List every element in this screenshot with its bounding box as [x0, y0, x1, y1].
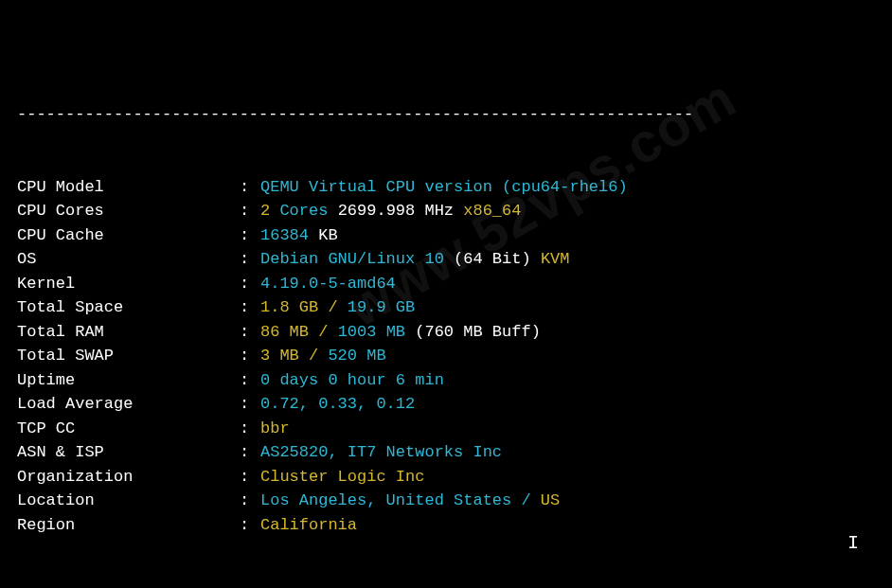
sysinfo-value: Debian GNU/Linux 10 (64 Bit) KVM	[260, 247, 569, 272]
sysinfo-label: CPU Cache	[17, 223, 240, 248]
colon: :	[240, 465, 260, 490]
sysinfo-value-part: (760 MB Buff)	[415, 323, 541, 341]
colon: :	[240, 223, 260, 248]
sysinfo-value: 16384 KB	[260, 223, 338, 248]
colon: :	[240, 513, 260, 538]
sysinfo-row: Load Average: 0.72, 0.33, 0.12	[17, 392, 875, 417]
sysinfo-row: CPU Cores: 2 Cores 2699.998 MHz x86_64	[17, 199, 875, 223]
sysinfo-value-part: 16384	[260, 226, 318, 244]
sysinfo-value-part: 520 MB	[328, 347, 385, 365]
sysinfo-label: CPU Cores	[17, 199, 240, 223]
sysinfo-label: Region	[17, 513, 240, 538]
sysinfo-value: 4.19.0-5-amd64	[260, 272, 396, 296]
sysinfo-label: Kernel	[17, 272, 240, 296]
sysinfo-row: Total RAM: 86 MB / 1003 MB (760 MB Buff)	[17, 320, 875, 345]
sysinfo-row: Location: Los Angeles, United States / U…	[17, 489, 875, 513]
colon: :	[240, 489, 260, 513]
sysinfo-value-part: AS25820, IT7 Networks Inc	[260, 443, 502, 461]
sysinfo-row: Organization: Cluster Logic Inc	[17, 465, 875, 490]
sysinfo-value-part: 0 days 0 hour 6 min	[260, 371, 444, 389]
colon: :	[240, 417, 260, 441]
colon: :	[240, 368, 260, 393]
sysinfo-label: Total Space	[17, 295, 240, 320]
sysinfo-value: 2 Cores 2699.998 MHz x86_64	[260, 199, 521, 223]
colon: :	[240, 344, 260, 368]
sysinfo-value-part: 1.8 GB /	[260, 298, 348, 316]
sysinfo-value-part: 4.19.0-5-amd64	[260, 275, 396, 293]
sysinfo-label: Organization	[17, 465, 240, 490]
sysinfo-value: Cluster Logic Inc	[260, 465, 424, 490]
sysinfo-value: 0 days 0 hour 6 min	[260, 368, 444, 393]
sysinfo-value-part: Cores	[270, 202, 337, 220]
sysinfo-row: Total SWAP: 3 MB / 520 MB	[17, 344, 875, 368]
sysinfo-value-part: KVM	[541, 250, 570, 268]
colon: :	[240, 295, 260, 320]
sysinfo-label: Location	[17, 489, 240, 513]
sysinfo-row: CPU Model: QEMU Virtual CPU version (cpu…	[17, 175, 875, 200]
colon: :	[240, 175, 260, 200]
sysinfo-label: Total RAM	[17, 320, 240, 345]
sysinfo-label: ASN & ISP	[17, 440, 240, 465]
sysinfo-row: Uptime: 0 days 0 hour 6 min	[17, 368, 875, 393]
sysinfo-value: California	[260, 513, 357, 538]
sysinfo-value: bbr	[260, 417, 290, 441]
sysinfo-label: Load Average	[17, 392, 240, 417]
colon: :	[240, 440, 260, 465]
sysinfo-value: 3 MB / 520 MB	[260, 344, 386, 368]
sysinfo-value-part: Los Angeles, United States /	[260, 491, 541, 509]
colon: :	[240, 320, 260, 345]
sysinfo-value-part: bbr	[260, 419, 290, 437]
sysinfo-value-part: 19.9 GB	[348, 298, 415, 316]
sysinfo-row: TCP CC: bbr	[17, 417, 875, 441]
sysinfo-value: 0.72, 0.33, 0.12	[260, 392, 415, 417]
sysinfo-value: QEMU Virtual CPU version (cpu64-rhel6)	[260, 175, 628, 200]
sysinfo-value-part: 0.72, 0.33, 0.12	[260, 395, 415, 413]
text-cursor-icon: I	[847, 529, 859, 558]
sysinfo-value-part: California	[260, 516, 357, 534]
sysinfo-value-part: US	[541, 491, 560, 509]
sysinfo-value-part: 2	[260, 202, 270, 220]
sysinfo-value-part: x86_64	[463, 202, 521, 220]
sysinfo-value-part: KB	[318, 226, 337, 244]
sysinfo-value: AS25820, IT7 Networks Inc	[260, 440, 502, 465]
sysinfo-row: Region: California	[17, 513, 875, 538]
sysinfo-value-part: 1003 MB	[338, 323, 416, 341]
sysinfo-label: Uptime	[17, 368, 240, 393]
sysinfo-value-part: Debian GNU/Linux 10	[260, 250, 454, 268]
colon: :	[240, 247, 260, 272]
sysinfo-value-part: 3 MB /	[260, 347, 328, 365]
sysinfo-label: TCP CC	[17, 417, 240, 441]
sysinfo-value-part: QEMU Virtual CPU version (cpu64-rhel6)	[260, 178, 628, 196]
sysinfo-value-part: (64 Bit)	[454, 250, 541, 268]
sysinfo-row: Total Space: 1.8 GB / 19.9 GB	[17, 295, 875, 320]
colon: :	[240, 199, 260, 223]
sysinfo-value-part: 86 MB /	[260, 323, 338, 341]
sysinfo-label: CPU Model	[17, 175, 240, 200]
sysinfo-row: OS: Debian GNU/Linux 10 (64 Bit) KVM	[17, 247, 875, 272]
sysinfo-row: CPU Cache: 16384 KB	[17, 223, 875, 248]
sysinfo-row: Kernel: 4.19.0-5-amd64	[17, 272, 875, 296]
sysinfo-value: 86 MB / 1003 MB (760 MB Buff)	[260, 320, 541, 345]
sysinfo-value: 1.8 GB / 19.9 GB	[260, 295, 415, 320]
sysinfo-value: Los Angeles, United States / US	[260, 489, 560, 513]
colon: :	[240, 392, 260, 417]
sysinfo-value-part: 2699.998 MHz	[338, 202, 464, 220]
sysinfo-label: OS	[17, 247, 240, 272]
sysinfo-row: ASN & ISP: AS25820, IT7 Networks Inc	[17, 440, 875, 465]
sysinfo-value-part: Cluster Logic Inc	[260, 468, 424, 486]
sysinfo-label: Total SWAP	[17, 344, 240, 368]
colon: :	[240, 272, 260, 296]
divider-top: ----------------------------------------…	[17, 102, 875, 127]
sysinfo-section: CPU Model: QEMU Virtual CPU version (cpu…	[17, 175, 875, 538]
